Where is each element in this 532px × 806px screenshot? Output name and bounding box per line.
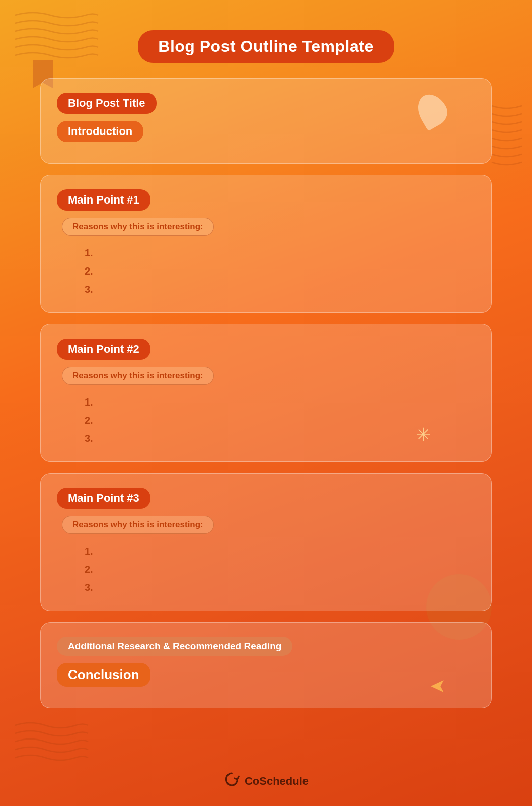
conclusion-label: Conclusion bbox=[57, 663, 150, 687]
reasons-list-3: 1. 2. 3. bbox=[85, 542, 475, 596]
final-card: Additional Research & Recommended Readin… bbox=[40, 622, 492, 708]
page-container: Blog Post Outline Template Blog Post Tit… bbox=[0, 0, 532, 806]
introduction-label: Introduction bbox=[57, 121, 143, 142]
main-point-2-label: Main Point #2 bbox=[57, 339, 150, 360]
reasons-list-1: 1. 2. 3. bbox=[85, 244, 475, 298]
page-title: Blog Post Outline Template bbox=[158, 37, 373, 55]
teardrop-decoration bbox=[412, 89, 452, 131]
intro-card: Blog Post Title Introduction bbox=[40, 78, 492, 164]
main-point-2-card: Main Point #2 Reasons why this is intere… bbox=[40, 324, 492, 462]
list-item: 3. bbox=[85, 280, 475, 298]
main-point-3-label: Main Point #3 bbox=[57, 488, 150, 509]
reasons-label-1: Reasons why this is interesting: bbox=[62, 218, 214, 236]
fish-arrow-decoration: ➤ bbox=[430, 675, 446, 697]
main-point-1-label: Main Point #1 bbox=[57, 189, 150, 211]
star-decoration: ✳ bbox=[416, 424, 431, 445]
list-item: 2. bbox=[85, 560, 475, 578]
brand-logo-icon bbox=[223, 771, 240, 791]
list-item: 2. bbox=[85, 262, 475, 280]
main-point-3-card: Main Point #3 Reasons why this is intere… bbox=[40, 473, 492, 611]
page-title-wrapper: Blog Post Outline Template bbox=[138, 30, 394, 63]
list-item: 1. bbox=[85, 244, 475, 262]
reasons-label-3: Reasons why this is interesting: bbox=[62, 516, 214, 534]
list-item: 1. bbox=[85, 393, 475, 411]
footer: CoSchedule bbox=[223, 771, 309, 791]
list-item: 1. bbox=[85, 542, 475, 560]
main-point-1-card: Main Point #1 Reasons why this is intere… bbox=[40, 175, 492, 313]
list-item: 3. bbox=[85, 578, 475, 596]
additional-research-label: Additional Research & Recommended Readin… bbox=[57, 637, 292, 656]
brand-name: CoSchedule bbox=[245, 775, 309, 788]
blog-post-title-label: Blog Post Title bbox=[57, 93, 157, 114]
page-title-badge: Blog Post Outline Template bbox=[138, 30, 394, 63]
reasons-label-2: Reasons why this is interesting: bbox=[62, 367, 214, 385]
